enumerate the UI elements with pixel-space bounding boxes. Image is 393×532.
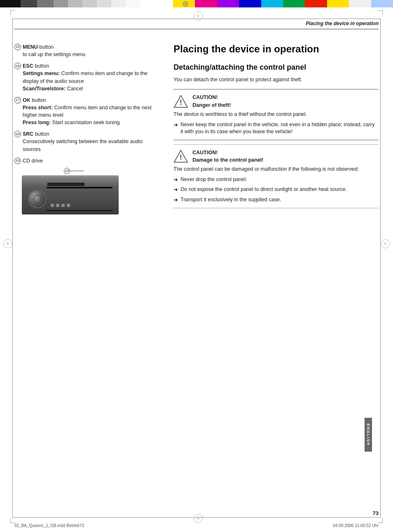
cd-top-highlight: [22, 175, 119, 177]
ok-long-label: Press long:: [23, 120, 51, 125]
reg-mark-top: [194, 12, 203, 21]
caution2-bullet-3-text: Transport it exclusively in the supplied…: [180, 196, 281, 204]
list-item-18: 18 SRC button Consecutively switching be…: [14, 130, 159, 153]
item-text-esc: button: [35, 63, 49, 69]
item-label-esc: ESC: [23, 63, 33, 69]
cd-eject-slot: [47, 210, 112, 211]
item-number-17: 17: [14, 97, 21, 104]
footer-left-text: 02_BA_Queens_1_GB.indd Betrieb73: [14, 523, 84, 528]
caution2-label: CAUTION!: [192, 149, 263, 156]
caution2-bullets: ➜ Never drop the control panel. ➜ Do not…: [173, 176, 379, 204]
svg-text:!: !: [180, 153, 182, 162]
page-header: Placing the device in operation: [14, 21, 379, 29]
caution2-text: The control panel can be damaged or malf…: [173, 165, 379, 173]
cd-slot: [47, 187, 112, 188]
caution1-bullet-1: ➜ Never keep the control panel in the ve…: [173, 121, 379, 136]
esc-scan-label: Scan/Travelstore:: [23, 86, 66, 92]
content-area: 15 MENU button to call up the settings m…: [14, 43, 379, 507]
arrow-icon-4: ➜: [173, 196, 178, 204]
caution1-titles: CAUTION! Danger of theft!: [192, 94, 231, 108]
caution-block-2: ! CAUTION! Damage to the control panel! …: [173, 149, 379, 204]
cd-buttons: [51, 204, 70, 207]
cd-image-label: 19: [64, 168, 70, 174]
item-content-19: CD drive: [23, 157, 159, 165]
item-number-19: 19: [14, 158, 21, 164]
cd-display: [47, 183, 84, 186]
item-text-menu: button: [39, 44, 54, 50]
corner-mark-br: [378, 518, 383, 523]
footer-right-text: 04.09.2006 11:00:52 Uhr: [333, 523, 379, 528]
cd-device-image: 19: [22, 169, 119, 216]
cd-pointer-line: [70, 171, 84, 171]
list-item-16: 16 ESC button Settings menu: Confirm men…: [14, 62, 159, 92]
caution2-bullet-2-text: Do not expose the control panel to direc…: [180, 186, 347, 193]
arrow-icon-2: ➜: [173, 176, 178, 184]
corner-mark-tr: [378, 10, 383, 15]
item-subtext-menu: to call up the settings menu: [23, 52, 85, 57]
caution2-bullet-3: ➜ Transport it exclusively in the suppli…: [173, 196, 379, 204]
item-number-18: 18: [14, 131, 21, 137]
main-heading: Placing the device in operation: [173, 43, 379, 55]
esc-scan-text: Cancel: [66, 86, 83, 92]
item-subtext-src: Consecutively switching between the avai…: [23, 139, 143, 152]
page-border-left: [12, 19, 13, 518]
item-content-17: OK button Press short: Confirm menu item…: [23, 97, 159, 127]
corner-mark-tl: [10, 10, 15, 15]
warning-icon-2: !: [173, 149, 188, 164]
page-footer: 02_BA_Queens_1_GB.indd Betrieb73 04.09.2…: [14, 523, 379, 528]
item-label-menu: MENU: [23, 44, 38, 50]
item-number-15: 15: [14, 44, 21, 50]
caution1-subtitle: Danger of theft!: [192, 101, 231, 109]
intro-text: You can detach the control panel to prot…: [173, 76, 379, 83]
reg-mark-right: [381, 239, 390, 248]
reg-mark-left: [3, 239, 12, 248]
caution2-bullet-2: ➜ Do not expose the control panel to dir…: [173, 186, 379, 193]
caution1-text: The device is worthless to a thief witho…: [173, 111, 379, 118]
warning-icon-1: !: [173, 94, 188, 109]
caution1-bullet-1-text: Never keep the control panel in the vehi…: [180, 121, 379, 136]
caution2-bullet-1-text: Never drop the control panel.: [180, 176, 247, 184]
page-number: 73: [373, 510, 379, 516]
caution2-top-rule: [173, 144, 379, 145]
caution1-top-rule: [173, 89, 379, 89]
svg-text:!: !: [180, 99, 182, 107]
item-text-ok: button: [32, 97, 46, 103]
caution2-titles: CAUTION! Damage to the control panel!: [192, 149, 263, 164]
left-column: 15 MENU button to call up the settings m…: [14, 43, 167, 507]
right-column: Placing the device in operation Detachin…: [167, 43, 379, 507]
color-bar-right: [173, 0, 393, 7]
caution1-bottom-rule: [173, 140, 379, 140]
item-label-src: SRC: [23, 131, 33, 137]
item-label-ok: OK: [23, 97, 30, 103]
ok-long-text: Start scan/station seek tuning: [51, 120, 119, 125]
caution2-bottom-rule: [173, 208, 379, 208]
page-border-right: [380, 19, 381, 518]
list-item-17: 17 OK button Press short: Confirm menu i…: [14, 97, 159, 127]
caution2-bullet-1: ➜ Never drop the control panel.: [173, 176, 379, 184]
caution1-label: CAUTION!: [192, 94, 231, 101]
color-bar-left: [0, 0, 173, 7]
sub-heading: Detaching/attaching the control panel: [173, 63, 379, 72]
color-bar: ⊕: [0, 0, 393, 7]
item-text-src: button: [35, 131, 49, 137]
item-content-15: MENU button to call up the settings menu: [23, 43, 159, 58]
center-crosshair: ⊕: [177, 0, 194, 7]
arrow-icon-1: ➜: [173, 121, 178, 129]
item-content-16: ESC button Settings menu: Confirm menu i…: [23, 62, 159, 92]
header-title: Placing the device in operation: [306, 21, 379, 26]
corner-mark-bl: [10, 518, 15, 523]
reg-mark-bottom: [194, 514, 203, 523]
cd-device-body: [22, 175, 119, 214]
caution2-header: ! CAUTION! Damage to the control panel!: [173, 149, 379, 164]
list-item-19: 19 CD drive: [14, 157, 159, 165]
caution-block-1: ! CAUTION! Danger of theft! The device i…: [173, 94, 379, 135]
list-item-15: 15 MENU button to call up the settings m…: [14, 43, 159, 58]
caution2-subtitle: Damage to the control panel!: [192, 156, 263, 164]
ok-short-label: Press short:: [23, 105, 53, 111]
esc-settings-label: Settings menu:: [23, 71, 60, 76]
cd-label-circle: 19: [64, 168, 70, 174]
caution1-bullets: ➜ Never keep the control panel in the ve…: [173, 121, 379, 136]
arrow-icon-3: ➜: [173, 186, 178, 193]
item-number-16: 16: [14, 63, 21, 69]
item-text-cd: CD drive: [23, 158, 43, 164]
